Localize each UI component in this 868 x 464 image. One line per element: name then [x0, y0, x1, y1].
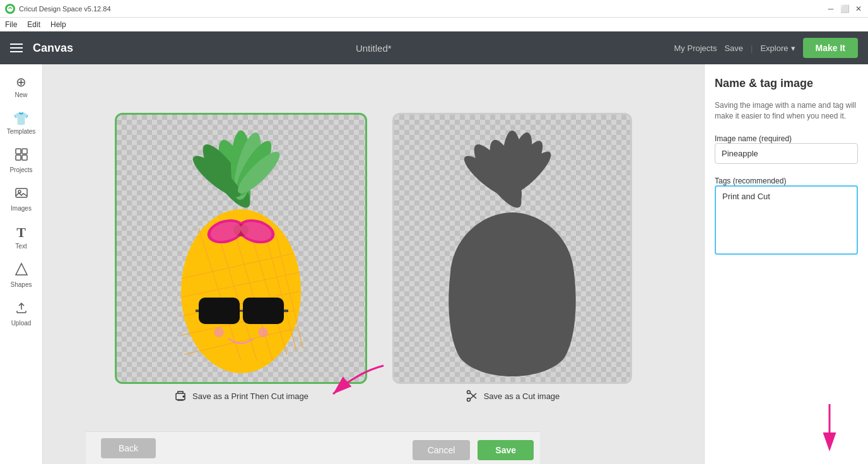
sidebar-item-upload[interactable]: Upload — [0, 296, 42, 332]
app-body: ⊕ New 👕 Templates Projects — [0, 64, 868, 464]
tags-field-group: Tags (recommended) Print and Cut — [715, 171, 858, 257]
new-icon: ⊕ — [16, 74, 26, 90]
right-panel: Name & tag image Saving the image with a… — [704, 64, 868, 464]
sidebar-label-new: New — [15, 91, 27, 98]
sidebar-label-images: Images — [11, 205, 32, 212]
svg-rect-32 — [199, 298, 240, 324]
sidebar: ⊕ New 👕 Templates Projects — [0, 64, 43, 464]
canvas-title: Canvas — [33, 42, 73, 55]
cut-icon — [465, 389, 479, 403]
my-projects-link[interactable]: My Projects — [674, 44, 717, 53]
image-name-input[interactable] — [715, 143, 858, 164]
shapes-icon — [15, 262, 28, 279]
print-then-cut-text: Save as a Print Then Cut image — [192, 392, 308, 401]
hamburger-menu-icon[interactable] — [10, 44, 23, 52]
menu-file[interactable]: File — [5, 20, 17, 29]
back-button[interactable]: Back — [101, 438, 156, 458]
menu-edit[interactable]: Edit — [27, 20, 40, 29]
titlebar-left: Cricut Design Space v5.12.84 — [5, 4, 111, 14]
print-image-card[interactable] — [115, 113, 367, 384]
projects-icon — [15, 148, 28, 165]
header-divider: | — [751, 44, 753, 53]
image-name-field-group: Image name (required) — [715, 129, 858, 164]
tags-label: Tags (recommended) — [715, 177, 858, 185]
canvas-area: Save as a Print Then Cut image — [43, 64, 704, 464]
print-then-cut-section: Save as a Print Then Cut image — [115, 113, 367, 403]
svg-point-40 — [183, 396, 184, 397]
maximize-button[interactable]: ⬜ — [840, 4, 849, 13]
svg-point-48 — [467, 398, 470, 402]
svg-point-49 — [467, 391, 470, 394]
save-arrow-annotation — [715, 363, 858, 451]
svg-rect-2 — [22, 149, 27, 154]
sidebar-item-images[interactable]: Images — [0, 181, 42, 217]
svg-point-37 — [214, 327, 224, 337]
images-container: Save as a Print Then Cut image — [115, 113, 632, 403]
menubar: File Edit Help — [0, 18, 868, 32]
sidebar-label-projects: Projects — [9, 166, 32, 173]
sidebar-item-projects[interactable]: Projects — [0, 142, 42, 178]
svg-rect-1 — [16, 149, 21, 154]
sidebar-item-shapes[interactable]: Shapes — [0, 257, 42, 293]
cut-image-section: Save as a Cut image — [392, 113, 632, 403]
svg-point-0 — [7, 6, 13, 12]
upload-icon — [15, 301, 28, 318]
explore-dropdown[interactable]: Explore ▾ — [760, 44, 795, 53]
panel-subtitle: Saving the image with a name and tag wil… — [715, 100, 858, 122]
cut-label[interactable]: Save as a Cut image — [465, 389, 560, 403]
text-icon: T — [16, 224, 26, 241]
cancel-button[interactable]: Cancel — [413, 440, 471, 460]
svg-point-38 — [258, 327, 268, 337]
explore-chevron-icon: ▾ — [791, 44, 795, 53]
svg-marker-7 — [16, 264, 27, 275]
project-title: Untitled* — [83, 43, 664, 54]
sidebar-label-shapes: Shapes — [11, 281, 32, 288]
cut-image-card[interactable] — [392, 113, 632, 384]
header-right-actions: My Projects Save | Explore ▾ Make It — [674, 38, 858, 58]
print-icon — [173, 389, 187, 403]
images-icon — [15, 186, 28, 203]
app-title: Cricut Design Space v5.12.84 — [19, 5, 111, 13]
image-name-label: Image name (required) — [715, 134, 858, 143]
titlebar: Cricut Design Space v5.12.84 ─ ⬜ ✕ — [0, 0, 868, 18]
minimize-button[interactable]: ─ — [826, 4, 835, 13]
cricut-logo — [5, 4, 15, 14]
close-button[interactable]: ✕ — [854, 4, 863, 13]
save-arrow-svg — [814, 401, 845, 451]
sidebar-label-templates: Templates — [7, 128, 36, 135]
sidebar-item-text[interactable]: T Text — [0, 219, 42, 255]
bottom-right-buttons: Cancel Save — [413, 440, 534, 460]
header-save-button[interactable]: Save — [724, 44, 743, 53]
menu-help[interactable]: Help — [50, 20, 66, 29]
tags-textarea[interactable]: Print and Cut — [715, 185, 858, 255]
sidebar-item-templates[interactable]: 👕 Templates — [0, 106, 42, 140]
sidebar-label-upload: Upload — [11, 320, 32, 327]
cut-image-text: Save as a Cut image — [484, 392, 560, 401]
print-then-cut-label[interactable]: Save as a Print Then Cut image — [173, 389, 308, 403]
templates-icon: 👕 — [13, 111, 29, 126]
sidebar-label-text: Text — [15, 243, 26, 250]
svg-rect-4 — [22, 155, 27, 160]
titlebar-controls[interactable]: ─ ⬜ ✕ — [826, 4, 863, 13]
save-button[interactable]: Save — [478, 440, 534, 460]
make-it-button[interactable]: Make It — [803, 38, 858, 58]
panel-title: Name & tag image — [715, 77, 858, 90]
app-header: Canvas Untitled* My Projects Save | Expl… — [0, 32, 868, 64]
svg-rect-3 — [16, 155, 21, 160]
explore-label: Explore — [760, 44, 788, 53]
svg-rect-33 — [243, 298, 284, 324]
sidebar-item-new[interactable]: ⊕ New — [0, 69, 42, 103]
